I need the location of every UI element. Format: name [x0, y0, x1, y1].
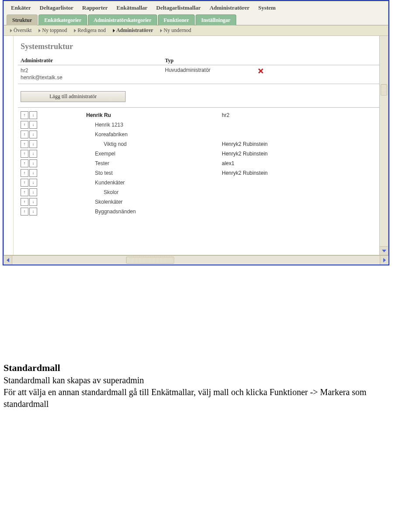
- menu-enkäter[interactable]: Enkäter: [7, 3, 35, 14]
- node-row: ↑↓Skolor: [18, 187, 379, 197]
- subnav-administratörer[interactable]: Administratörer: [110, 27, 156, 34]
- move-up-button[interactable]: ↑: [21, 179, 28, 187]
- sub-nav: ÖversiktNy toppnodRedigera nodAdministra…: [4, 25, 388, 36]
- move-down-button[interactable]: ↓: [29, 131, 37, 138]
- chevron-right-icon: [113, 29, 115, 32]
- tab-administratörskategorier[interactable]: Administratörskategorier: [88, 14, 157, 25]
- main-menubar: EnkäterDeltagarlistorRapporterEnkätmalla…: [4, 1, 388, 14]
- admin-type: Huvudadministratör: [165, 67, 257, 73]
- node-name[interactable]: Skolenkäter: [42, 199, 122, 205]
- horizontal-scrollbar[interactable]: [4, 255, 388, 265]
- subnav-ny-toppnod[interactable]: Ny toppnod: [36, 27, 70, 34]
- node-row: ↑↓Kundenkäter: [18, 178, 379, 187]
- move-down-button[interactable]: ↓: [29, 121, 37, 129]
- move-up-button[interactable]: ↑: [21, 198, 28, 206]
- move-up-button[interactable]: ↑: [21, 159, 28, 167]
- move-down-button[interactable]: ↓: [29, 150, 37, 158]
- move-up-button[interactable]: ↑: [21, 131, 28, 138]
- node-name[interactable]: Byggnadsnänden: [42, 208, 136, 215]
- vscroll-down-button[interactable]: [380, 246, 388, 255]
- menu-deltagarlistor[interactable]: Deltagarlistor: [35, 3, 78, 14]
- node-name[interactable]: Tester: [42, 160, 109, 166]
- node-row: ↑↓Henrik Ruhr2: [18, 110, 379, 120]
- col-admin: Administratör: [21, 57, 165, 64]
- move-down-button[interactable]: ↓: [29, 179, 37, 187]
- app-frame: EnkäterDeltagarlistorRapporterEnkätmalla…: [3, 0, 389, 265]
- menu-deltagarlistmallar[interactable]: Deltagarlistmallar: [152, 3, 205, 14]
- node-name[interactable]: Kundenkäter: [42, 180, 125, 186]
- chevron-right-icon: [74, 29, 76, 32]
- tab-enkätkategorier[interactable]: Enkätkategorier: [38, 14, 87, 25]
- subnav-label: Administratörer: [116, 27, 153, 34]
- move-down-button[interactable]: ↓: [29, 208, 37, 216]
- node-name[interactable]: Viktig nod: [42, 141, 126, 147]
- hscroll-thumb[interactable]: [126, 257, 174, 264]
- subnav-label: Ny undernod: [164, 27, 191, 34]
- doc-heading: Standardmall: [4, 362, 375, 374]
- hscroll-track[interactable]: [12, 256, 380, 265]
- node-owner: Henryk2 Rubinstein: [222, 141, 268, 147]
- main-area: Systemstruktur Administratör Typ hr2 hen…: [4, 36, 388, 255]
- node-owner: alex1: [222, 160, 234, 166]
- move-down-button[interactable]: ↓: [29, 169, 37, 177]
- move-up-button[interactable]: ↑: [21, 169, 28, 177]
- subnav-label: Ny toppnod: [42, 27, 67, 34]
- move-down-button[interactable]: ↓: [29, 140, 37, 148]
- move-down-button[interactable]: ↓: [29, 111, 37, 119]
- node-row: ↑↓Skolenkäter: [18, 197, 379, 207]
- add-admin-button[interactable]: Lägg till administratör: [21, 91, 126, 102]
- node-list: ↑↓Henrik Ruhr2↑↓Henrik 1213↑↓Koreafabrik…: [18, 108, 379, 216]
- move-up-button[interactable]: ↑: [21, 188, 28, 196]
- admin-name: hr2: [21, 67, 165, 74]
- document-body: Standardmall Standardmall kan skapas av …: [4, 362, 375, 410]
- chevron-right-icon: [38, 29, 41, 32]
- node-name[interactable]: Koreafabriken: [42, 131, 128, 138]
- move-down-button[interactable]: ↓: [29, 188, 37, 196]
- vertical-scrollbar[interactable]: [379, 36, 388, 255]
- tab-bar: StrukturEnkätkategorierAdministratörskat…: [4, 14, 388, 25]
- move-up-button[interactable]: ↑: [21, 208, 28, 216]
- menu-system[interactable]: System: [254, 3, 280, 14]
- subnav-label: Översikt: [14, 27, 32, 34]
- chevron-right-icon: [160, 29, 162, 32]
- move-up-button[interactable]: ↑: [21, 140, 28, 148]
- col-type: Typ: [165, 57, 174, 64]
- node-name[interactable]: Exempel: [42, 151, 116, 157]
- subnav-översikt[interactable]: Översikt: [7, 27, 34, 34]
- tab-inställningar[interactable]: Inställningar: [196, 14, 236, 25]
- menu-rapporter[interactable]: Rapporter: [78, 3, 112, 14]
- move-up-button[interactable]: ↑: [21, 150, 28, 158]
- remove-admin-icon[interactable]: [257, 67, 265, 75]
- node-owner: hr2: [222, 112, 229, 118]
- node-row: ↑↓Byggnadsnänden: [18, 207, 379, 216]
- subnav-redigera-nod[interactable]: Redigera nod: [71, 27, 108, 34]
- tab-struktur[interactable]: Struktur: [7, 14, 38, 25]
- node-name[interactable]: Henrik Ru: [42, 112, 111, 118]
- chevron-right-icon: [10, 29, 12, 32]
- node-owner: Henryk2 Rubinstein: [222, 170, 268, 176]
- node-row: ↑↓Koreafabriken: [18, 130, 379, 139]
- doc-line-1: Standardmall kan skapas av superadmin: [4, 375, 375, 386]
- move-up-button[interactable]: ↑: [21, 111, 28, 119]
- admin-email: henrik@textalk.se: [21, 74, 165, 81]
- subnav-ny-undernod[interactable]: Ny undernod: [158, 27, 194, 34]
- vscroll-thumb[interactable]: [381, 84, 387, 95]
- node-row: ↑↓Testeralex1: [18, 159, 379, 168]
- node-row: ↑↓ExempelHenryk2 Rubinstein: [18, 149, 379, 159]
- tab-funktioner[interactable]: Funktioner: [158, 14, 195, 25]
- page-title: Systemstruktur: [21, 42, 379, 51]
- left-gutter: [4, 36, 14, 255]
- menu-enkätmallar[interactable]: Enkätmallar: [112, 3, 152, 14]
- move-up-button[interactable]: ↑: [21, 121, 28, 129]
- move-down-button[interactable]: ↓: [29, 198, 37, 206]
- subnav-label: Redigera nod: [77, 27, 105, 34]
- menu-administratörer[interactable]: Administratörer: [205, 3, 254, 14]
- move-down-button[interactable]: ↓: [29, 159, 37, 167]
- node-row: ↑↓Sto testHenryk2 Rubinstein: [18, 168, 379, 178]
- hscroll-right-button[interactable]: [380, 256, 388, 265]
- node-name[interactable]: Skolor: [42, 189, 119, 195]
- column-headers: Administratör Typ: [18, 57, 379, 65]
- node-name[interactable]: Henrik 1213: [42, 122, 123, 128]
- hscroll-left-button[interactable]: [4, 256, 12, 265]
- node-name[interactable]: Sto test: [42, 170, 113, 176]
